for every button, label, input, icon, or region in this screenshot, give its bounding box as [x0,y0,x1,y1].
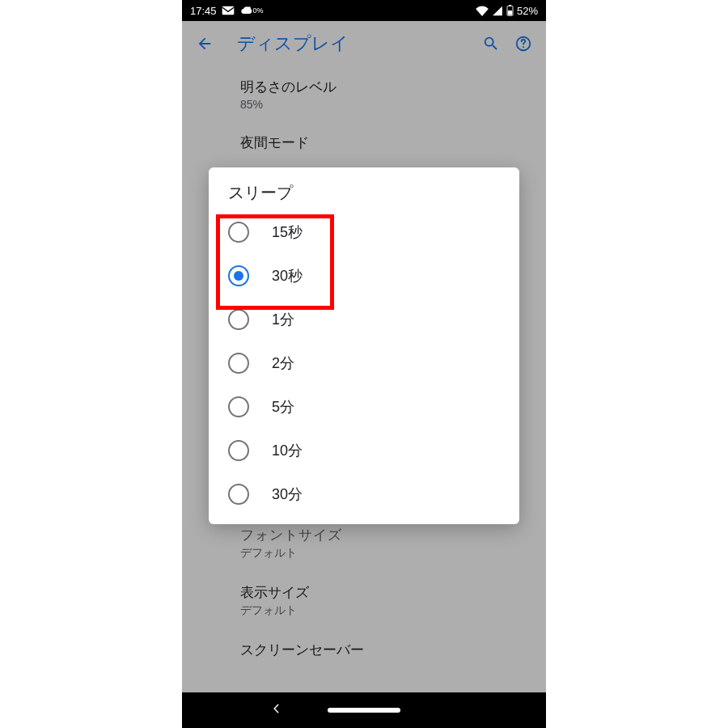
svg-rect-2 [222,6,234,15]
help-icon [514,35,532,53]
setting-title: 明るさのレベル [240,78,546,96]
option-label: 30秒 [272,266,303,286]
battery-pct: 52% [517,5,538,17]
setting-subtitle: デフォルト [240,603,546,618]
dialog-title: スリープ [209,182,519,210]
search-icon [482,35,500,53]
search-button[interactable] [475,28,507,60]
mail-icon [222,6,235,15]
option-label: 2分 [272,353,294,373]
sleep-option-1m[interactable]: 1分 [209,298,519,341]
sleep-dialog: スリープ 15秒 30秒 1分 2分 5分 [209,167,519,524]
sleep-option-10m[interactable]: 10分 [209,429,519,472]
sleep-option-5m[interactable]: 5分 [209,385,519,429]
radio-icon [228,309,249,330]
setting-display-size[interactable]: 表示サイズ デフォルト [240,572,546,629]
setting-title: 表示サイズ [240,583,546,602]
setting-night-mode[interactable]: 夜間モード [240,122,546,152]
setting-subtitle: 85% [240,98,546,111]
radio-icon [228,396,249,417]
setting-title: フォントサイズ [240,526,546,544]
option-label: 10分 [272,441,303,460]
weather-icon: 0% [239,5,264,16]
radio-icon [228,222,249,243]
status-bar: 17:45 0% [182,0,546,21]
option-label: 5分 [272,397,294,417]
option-label: 1分 [272,310,294,329]
sleep-option-30s[interactable]: 30秒 [209,254,519,298]
phone-frame: ディスプレイ 明るさのレベル 85% 夜間モード [182,0,546,728]
nav-home-pill[interactable] [328,708,400,713]
setting-title: スクリーンセーバー [240,641,546,659]
weather-pct: 0% [253,7,264,15]
setting-title: 夜間モード [240,133,546,152]
radio-icon [228,353,249,374]
setting-subtitle: デフォルト [240,546,546,561]
sleep-option-2m[interactable]: 2分 [209,341,519,385]
setting-font-size[interactable]: フォントサイズ デフォルト [240,526,546,572]
radio-selected-icon [228,265,249,286]
svg-point-3 [248,6,251,10]
battery-icon [506,5,514,16]
svg-rect-5 [509,5,511,6]
back-button[interactable] [188,28,221,60]
option-label: 30分 [272,485,303,504]
radio-icon [228,440,249,461]
app-bar: ディスプレイ [182,21,546,66]
system-nav-bar [182,692,546,728]
page-title: ディスプレイ [237,32,475,56]
help-button[interactable] [507,28,540,60]
status-time: 17:45 [190,5,217,17]
setting-screensaver[interactable]: スクリーンセーバー [240,629,546,671]
nav-back-button[interactable] [271,703,282,717]
radio-icon [228,484,249,505]
cell-signal-icon [492,6,503,16]
arrow-left-icon [196,35,214,53]
svg-rect-6 [508,11,512,15]
sleep-option-30m[interactable]: 30分 [209,472,519,516]
setting-brightness[interactable]: 明るさのレベル 85% [240,66,546,122]
svg-point-1 [523,46,524,48]
wifi-icon [476,6,489,16]
chevron-left-icon [271,703,282,714]
option-label: 15秒 [272,222,303,242]
sleep-option-15s[interactable]: 15秒 [209,210,519,254]
